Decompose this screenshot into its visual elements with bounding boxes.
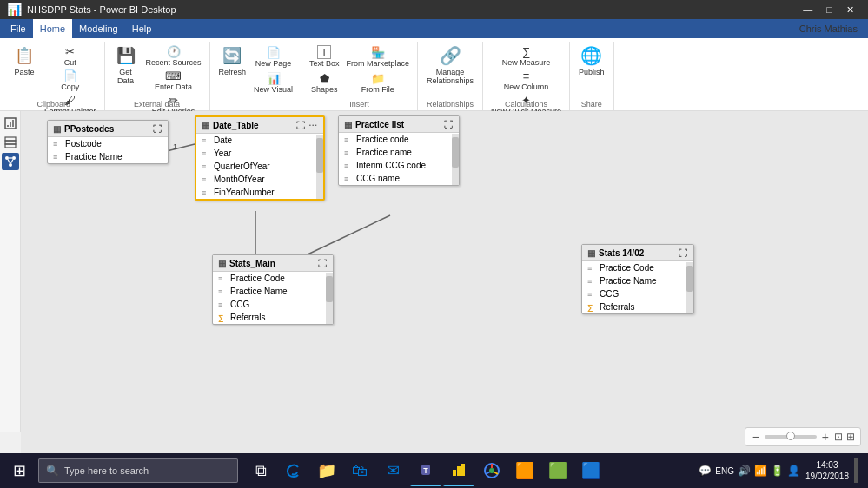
field-month-of-year[interactable]: ≡ MonthOfYear bbox=[196, 173, 323, 186]
menu-home[interactable]: Home bbox=[33, 19, 72, 38]
network-icon[interactable]: 📶 bbox=[754, 465, 767, 477]
taskbar-search-box[interactable]: 🔍 Type here to search bbox=[38, 458, 238, 483]
table-expand-stats-1402[interactable]: ⛶ bbox=[678, 247, 688, 258]
scrollbar-thumb-stats-main bbox=[326, 276, 333, 302]
menu-file[interactable]: File bbox=[3, 19, 33, 38]
copy-button[interactable]: 📄 Copy bbox=[42, 68, 99, 92]
taskbar-explorer[interactable]: 📁 bbox=[311, 455, 342, 486]
field-fin-year-number[interactable]: ≡ FinYearNumber bbox=[196, 186, 323, 199]
field-practice-name-1402[interactable]: ≡ Practice Name bbox=[582, 274, 693, 287]
table-node-stats-1402[interactable]: ▦ Stats 14/02 ⛶ ≡ Practice Code ≡ Practi… bbox=[581, 244, 694, 314]
svg-line-16 bbox=[308, 215, 390, 254]
clipboard-small-buttons: ✂ Cut 📄 Copy 🖌 Format Painter bbox=[42, 43, 99, 96]
taskbar-mail[interactable]: ✉ bbox=[377, 455, 408, 486]
table-header-stats-1402[interactable]: ▦ Stats 14/02 ⛶ bbox=[582, 245, 693, 261]
new-measure-button[interactable]: ∑ New Measure bbox=[488, 43, 564, 68]
taskbar-chrome[interactable] bbox=[476, 455, 507, 486]
new-column-button[interactable]: ≡ New Column bbox=[488, 68, 564, 92]
menu-modeling[interactable]: Modeling bbox=[72, 19, 125, 38]
field-referrals-1402[interactable]: ∑ Referrals bbox=[582, 300, 693, 313]
table-expand-ppostcodes[interactable]: ⛶ bbox=[152, 123, 162, 134]
sidebar-report-icon[interactable] bbox=[2, 115, 19, 132]
field-practice-name-ppostcodes[interactable]: ≡ Practice Name bbox=[48, 150, 168, 163]
scrollbar-stats-1402[interactable] bbox=[686, 262, 693, 313]
enter-data-button[interactable]: ⌨ Enter Data bbox=[143, 68, 204, 92]
taskbar-app1[interactable]: 🟧 bbox=[509, 455, 540, 486]
scrollbar-practice-list[interactable] bbox=[452, 134, 459, 185]
field-ccg-1402[interactable]: ≡ CCG bbox=[582, 287, 693, 300]
people-icon[interactable]: 👤 bbox=[787, 465, 800, 477]
taskbar-edge[interactable] bbox=[278, 455, 309, 486]
manage-relationships-button[interactable]: 🔗 ManageRelationships bbox=[423, 43, 477, 87]
field-practice-code-pl[interactable]: ≡ Practice code bbox=[339, 133, 459, 146]
table-expand-stats-main[interactable]: ⛶ bbox=[317, 258, 328, 268]
text-box-button[interactable]: T Text Box bbox=[307, 44, 342, 69]
refresh-button[interactable]: 🔄 Refresh bbox=[215, 43, 250, 78]
new-visual-button[interactable]: 📊 New Visual bbox=[251, 70, 295, 95]
clock[interactable]: 14:03 19/02/2018 bbox=[805, 459, 849, 482]
field-ccg-sm[interactable]: ≡ CCG bbox=[213, 298, 333, 311]
zoom-in-button[interactable]: + bbox=[820, 430, 831, 444]
reset-icon-button[interactable]: ⊞ bbox=[846, 431, 855, 443]
external-data-label: External data bbox=[134, 100, 180, 109]
field-date[interactable]: ≡ Date bbox=[196, 134, 323, 147]
table-node-practice-list[interactable]: ▦ Practice list ⛶ ≡ Practice code ≡ Prac… bbox=[338, 115, 460, 186]
table-body-stats-1402: ≡ Practice Code ≡ Practice Name ≡ CCG ∑ … bbox=[582, 261, 693, 313]
table-node-stats-main[interactable]: ▦ Stats_Main ⛶ ≡ Practice Code ≡ Practic… bbox=[212, 254, 334, 325]
zoom-slider[interactable] bbox=[765, 435, 817, 439]
from-file-button[interactable]: 📁 From File bbox=[343, 70, 412, 95]
taskbar-powerbi[interactable] bbox=[443, 455, 474, 486]
field-ccg-name-pl[interactable]: ≡ CCG name bbox=[339, 172, 459, 185]
field-quarter-of-year[interactable]: ≡ QuarterOfYear bbox=[196, 160, 323, 173]
field-icon: ≡ bbox=[202, 188, 210, 197]
maximize-button[interactable]: □ bbox=[819, 0, 839, 19]
field-practice-name-pl[interactable]: ≡ Practice name bbox=[339, 146, 459, 159]
volume-icon[interactable]: 🔊 bbox=[738, 465, 751, 477]
start-button[interactable]: ⊞ bbox=[3, 455, 35, 486]
scrollbar-stats-main[interactable] bbox=[326, 273, 333, 324]
field-postcode[interactable]: ≡ Postcode bbox=[48, 137, 168, 150]
recent-sources-button[interactable]: 🕐 Recent Sources bbox=[143, 43, 204, 68]
scrollbar-date-table[interactable] bbox=[316, 135, 323, 199]
field-practice-name-sm[interactable]: ≡ Practice Name bbox=[213, 285, 333, 298]
close-button[interactable]: ✕ bbox=[839, 0, 861, 19]
table-expand-date-table[interactable]: ⛶ bbox=[295, 120, 306, 130]
table-header-practice-list[interactable]: ▦ Practice list ⛶ bbox=[339, 116, 459, 133]
table-node-date-table[interactable]: ▦ Date_Table ⛶ ⋯ ≡ Date ≡ Year ≡ Quarter… bbox=[195, 115, 325, 201]
table-expand-practice-list[interactable]: ⛶ bbox=[443, 119, 454, 129]
zoom-out-button[interactable]: − bbox=[751, 430, 761, 444]
taskbar-store[interactable]: 🛍 bbox=[344, 455, 375, 486]
marketplace-button[interactable]: 🏪 From Marketplace bbox=[343, 44, 412, 69]
field-year[interactable]: ≡ Year bbox=[196, 147, 323, 160]
zoom-handle[interactable] bbox=[786, 432, 795, 440]
taskbar-app3[interactable]: 🟦 bbox=[575, 455, 606, 486]
minimize-button[interactable]: — bbox=[796, 0, 819, 19]
taskbar-app2[interactable]: 🟩 bbox=[542, 455, 573, 486]
taskbar-task-view[interactable]: ⧉ bbox=[245, 455, 276, 486]
cut-button[interactable]: ✂ Cut bbox=[42, 43, 99, 68]
shapes-label: Shapes bbox=[311, 85, 338, 94]
get-data-button[interactable]: 💾 GetData bbox=[110, 43, 142, 87]
taskbar-teams[interactable]: T bbox=[410, 455, 441, 486]
table-header-date-table[interactable]: ▦ Date_Table ⛶ ⋯ bbox=[196, 117, 323, 134]
fit-icon-button[interactable]: ⊡ bbox=[834, 431, 843, 443]
field-practice-code-1402[interactable]: ≡ Practice Code bbox=[582, 261, 693, 274]
field-interim-ccg-pl[interactable]: ≡ Interim CCG code bbox=[339, 159, 459, 172]
show-desktop-button[interactable] bbox=[854, 458, 858, 483]
table-header-stats-main[interactable]: ▦ Stats_Main ⛶ bbox=[213, 255, 333, 272]
publish-button[interactable]: 🌐 Publish bbox=[575, 43, 608, 78]
table-icon-ppostcodes: ▦ bbox=[53, 124, 61, 134]
table-more-date-table[interactable]: ⋯ bbox=[308, 120, 318, 130]
sidebar-model-icon[interactable] bbox=[2, 153, 19, 170]
new-page-button[interactable]: 📄 New Page bbox=[251, 44, 295, 69]
sidebar-data-icon[interactable] bbox=[2, 134, 19, 151]
shapes-button[interactable]: ⬟ Shapes bbox=[307, 70, 342, 95]
field-referrals-sm[interactable]: ∑ Referrals bbox=[213, 311, 333, 324]
battery-icon[interactable]: 🔋 bbox=[771, 465, 784, 477]
menu-help[interactable]: Help bbox=[125, 19, 159, 38]
paste-button[interactable]: 📋 Paste bbox=[9, 43, 40, 78]
field-practice-code-sm[interactable]: ≡ Practice Code bbox=[213, 272, 333, 285]
table-header-ppostcodes[interactable]: ▦ PPostcodes ⛶ bbox=[48, 121, 168, 137]
table-node-ppostcodes[interactable]: ▦ PPostcodes ⛶ ≡ Postcode ≡ Practice Nam… bbox=[47, 120, 169, 164]
notification-icon[interactable]: 💬 bbox=[699, 465, 712, 477]
